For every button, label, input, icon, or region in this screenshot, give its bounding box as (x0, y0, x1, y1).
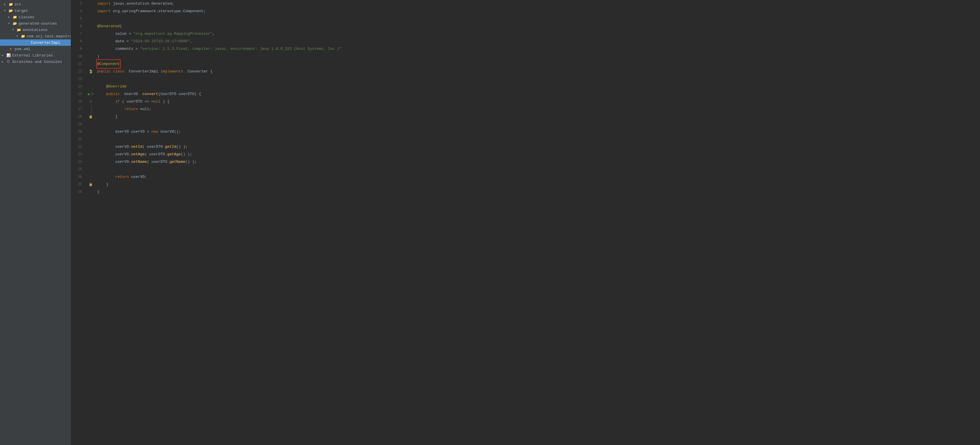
code-line-11: 11 @Component (71, 60, 980, 68)
line-content: return null; (96, 106, 980, 113)
line-content: return userVO; (96, 173, 980, 181)
sidebar-item-label: com.scj.test.mapstruct (27, 34, 71, 38)
line-gutter (86, 45, 96, 53)
code-line-9: 9 comments = "version: 1.5.3.Final, comp… (71, 45, 980, 53)
line-content: public UserVO convert(UserDTO userDTO) { (96, 90, 980, 98)
xml-icon: m (8, 47, 13, 51)
line-gutter (86, 8, 96, 15)
arrow-icon: ▶ (8, 15, 12, 19)
bookmark-icon: ⬡ (91, 90, 94, 98)
line-number: 10 (71, 53, 86, 60)
line-content (96, 75, 980, 83)
code-line-4: 4 import org.springframework.stereotype.… (71, 8, 980, 15)
line-number: 17 (71, 106, 86, 113)
line-number: 28 (71, 188, 86, 196)
line-number: 26 (71, 173, 86, 181)
sidebar-item-label: generated-sources (19, 21, 57, 26)
code-line-21: 21 (71, 136, 980, 143)
line-gutter (86, 60, 96, 68)
arrow-icon: ▶ (4, 3, 8, 6)
line-gutter (86, 150, 96, 158)
code-line-17: 17 return null; (71, 106, 980, 113)
arrow-icon: ▶ (2, 54, 6, 57)
sidebar-item-label: Scratches and Consoles (12, 60, 62, 64)
line-content: userVO.setName( userDTO.getName() ); (96, 158, 980, 166)
line-gutter (86, 22, 96, 30)
run-icon[interactable]: ▶ (88, 92, 90, 96)
code-area: 3 import javax.annotation.Generated; 4 i… (71, 0, 980, 445)
line-content: @Generated( (96, 22, 980, 30)
line-number: 7 (71, 30, 86, 38)
line-gutter: 🍃 (86, 68, 96, 75)
sidebar-item-label: classes (19, 15, 35, 19)
line-gutter (86, 158, 96, 166)
line-gutter (86, 143, 96, 150)
arrow-icon: ▶ (2, 60, 6, 63)
arrow-icon: ▼ (8, 22, 12, 25)
line-number: 11 (71, 60, 86, 68)
line-gutter: ⬡ (86, 98, 96, 106)
line-content: UserVO userVO = new UserVO(); (96, 128, 980, 136)
sidebar-item-generated-sources[interactable]: ▼ 📂 generated-sources (0, 20, 71, 27)
sidebar-item-package[interactable]: ▼ 📁 com.scj.test.mapstruct (0, 33, 71, 40)
line-number: 15 (71, 90, 86, 98)
sidebar-item-classes[interactable]: ▶ 📁 classes (0, 14, 71, 20)
line-content (96, 15, 980, 22)
line-content: if ( userDTO == null ) { (96, 98, 980, 106)
leaf-icon: 🍃 (88, 70, 93, 74)
line-content: @Component (96, 60, 980, 68)
line-content (96, 120, 980, 128)
code-line-22: 22 userVO.setId( userDTO.getId() ); (71, 143, 980, 150)
line-gutter (86, 120, 96, 128)
code-line-7: 7 value = "org.mapstruct.ap.MappingProce… (71, 30, 980, 38)
line-content: ) (96, 53, 980, 60)
folder-open-icon: 📂 (8, 8, 13, 13)
line-gutter (86, 106, 96, 113)
line-number: 5 (71, 15, 86, 22)
line-content: public class ConverterImpl implements Co… (96, 68, 980, 75)
line-number: 13 (71, 75, 86, 83)
code-line-10: 10 ) (71, 53, 980, 60)
lock2-icon: 🔒 (89, 181, 93, 188)
line-content (96, 136, 980, 143)
arrow-icon: ▼ (4, 9, 8, 13)
line-number: 16 (71, 98, 86, 106)
arrow-icon: ▼ (12, 29, 16, 32)
component-annotation: @Component (97, 60, 120, 68)
sidebar-item-annotations[interactable]: ▼ 📂 annotations (0, 27, 71, 33)
code-line-13: 13 (71, 75, 980, 83)
sidebar-item-target[interactable]: ▼ 📂 target (0, 8, 71, 14)
line-gutter (86, 53, 96, 60)
line-gutter (86, 173, 96, 181)
line-number: 27 (71, 181, 86, 188)
line-content: userVO.setAge( userDTO.getAge() ); (96, 150, 980, 158)
line-gutter (86, 30, 96, 38)
sidebar-item-src[interactable]: ▶ 📁 src (0, 1, 71, 8)
line-number: 12 (71, 68, 86, 75)
line-content: import javax.annotation.Generated; (96, 0, 980, 8)
code-line-19: 19 (71, 120, 980, 128)
code-line-16: 16 ⬡ if ( userDTO == null ) { (71, 98, 980, 106)
code-line-14: 14 @Override (71, 83, 980, 90)
line-number: 19 (71, 120, 86, 128)
lock-icon: 🔒 (89, 113, 93, 120)
code-line-20: 20 UserVO userVO = new UserVO(); (71, 128, 980, 136)
line-gutter: ▶ ⬡ (86, 90, 96, 98)
line-content: comments = "version: 1.5.3.Final, compil… (96, 45, 980, 53)
line-gutter: 🔒 (86, 181, 96, 188)
sidebar-item-label: ConverterImpl (31, 41, 60, 45)
sidebar-item-converterimpl[interactable]: C ConverterImpl (0, 40, 71, 46)
sidebar-item-pomxml[interactable]: m pom.xml (0, 46, 71, 52)
sidebar-item-scratches[interactable]: ▶ 🗒 Scratches and Consoles (0, 59, 71, 65)
sidebar-item-external-libraries[interactable]: ▶ 📊 External Libraries (0, 52, 71, 59)
line-gutter (86, 38, 96, 45)
line-number: 20 (71, 128, 86, 136)
folder-icon: 📁 (8, 2, 13, 7)
arrow-icon: ▼ (16, 35, 20, 38)
line-number: 21 (71, 136, 86, 143)
line-number: 3 (71, 0, 86, 8)
if-bookmark-icon: ⬡ (89, 98, 92, 106)
sidebar-item-label: src (14, 2, 21, 7)
code-line-6: 6 @Generated( (71, 22, 980, 30)
line-gutter (86, 166, 96, 173)
